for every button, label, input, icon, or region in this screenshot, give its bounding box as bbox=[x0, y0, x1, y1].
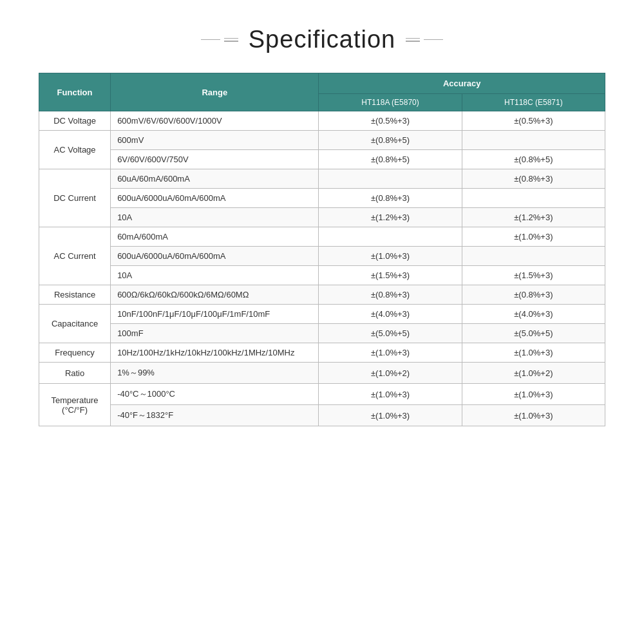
function-header: Function bbox=[39, 73, 111, 111]
table-row: Temperature (°C/°F)-40°C～1000°C±(1.0%+3)… bbox=[39, 384, 605, 405]
range-cell: 10A bbox=[111, 266, 319, 285]
accuracy-col2-cell: ±(1.0%+3) bbox=[462, 384, 605, 405]
range-header: Range bbox=[111, 73, 319, 111]
accuracy-col1-cell: ±(0.8%+5) bbox=[319, 131, 462, 150]
right-decoration bbox=[406, 38, 443, 42]
accuracy-col2-cell: ±(1.0%+2) bbox=[462, 363, 605, 384]
accuracy-col1-cell: ±(1.0%+2) bbox=[319, 363, 462, 384]
range-cell: 600mV bbox=[111, 131, 319, 150]
table-row: AC Current60mA/600mA±(1.0%+3) bbox=[39, 227, 605, 247]
accuracy-col2-cell bbox=[462, 189, 605, 208]
accuracy-col1-cell: ±(5.0%+5) bbox=[319, 324, 462, 343]
title-section: Specification bbox=[39, 26, 605, 53]
left-double-line bbox=[224, 38, 238, 42]
accuracy-col2-cell: ±(1.2%+3) bbox=[462, 208, 605, 227]
accuracy-col2-cell: ±(0.8%+5) bbox=[462, 150, 605, 169]
left-line-1 bbox=[201, 39, 220, 41]
table-header-top: Function Range Accuracy bbox=[39, 73, 605, 94]
left-double-line-top bbox=[224, 38, 238, 39]
accuracy-col1-cell bbox=[319, 227, 462, 247]
range-cell: 600mV/6V/60V/600V/1000V bbox=[111, 111, 319, 131]
accuracy-col1-cell: ±(1.0%+3) bbox=[319, 247, 462, 266]
table-row: 6V/60V/600V/750V±(0.8%+5)±(0.8%+5) bbox=[39, 150, 605, 169]
accuracy-col2-cell: ±(1.5%+3) bbox=[462, 266, 605, 285]
accuracy-col2-cell: ±(1.0%+3) bbox=[462, 405, 605, 426]
col1-header: HT118A (E5870) bbox=[319, 94, 462, 111]
range-cell: 100mF bbox=[111, 324, 319, 343]
accuracy-col1-cell: ±(4.0%+3) bbox=[319, 305, 462, 324]
accuracy-col1-cell: ±(1.0%+3) bbox=[319, 384, 462, 405]
left-double-line-bottom bbox=[224, 41, 238, 42]
table-row: -40°F～1832°F±(1.0%+3)±(1.0%+3) bbox=[39, 405, 605, 426]
table-row: Frequency10Hz/100Hz/1kHz/10kHz/100kHz/1M… bbox=[39, 343, 605, 363]
range-cell: 600uA/6000uA/60mA/600mA bbox=[111, 189, 319, 208]
accuracy-col2-cell: ±(4.0%+3) bbox=[462, 305, 605, 324]
table-row: AC Voltage600mV±(0.8%+5) bbox=[39, 131, 605, 150]
range-cell: 10nF/100nF/1μF/10μF/100μF/1mF/10mF bbox=[111, 305, 319, 324]
accuracy-col2-cell: ±(1.0%+3) bbox=[462, 227, 605, 247]
function-cell: DC Current bbox=[39, 169, 111, 227]
range-cell: 6V/60V/600V/750V bbox=[111, 150, 319, 169]
table-row: Ratio1%～99%±(1.0%+2)±(1.0%+2) bbox=[39, 363, 605, 384]
left-decoration bbox=[201, 38, 238, 42]
range-cell: 1%～99% bbox=[111, 363, 319, 384]
table-row: Resistance600Ω/6kΩ/60kΩ/600kΩ/6MΩ/60MΩ±(… bbox=[39, 285, 605, 305]
accuracy-col1-cell: ±(1.0%+3) bbox=[319, 343, 462, 363]
range-cell: 600Ω/6kΩ/60kΩ/600kΩ/6MΩ/60MΩ bbox=[111, 285, 319, 305]
function-cell: AC Current bbox=[39, 227, 111, 285]
function-cell: Capacitance bbox=[39, 305, 111, 343]
table-body: DC Voltage600mV/6V/60V/600V/1000V±(0.5%+… bbox=[39, 111, 605, 426]
range-cell: 10A bbox=[111, 208, 319, 227]
range-cell: -40°F～1832°F bbox=[111, 405, 319, 426]
accuracy-col1-cell: ±(1.5%+3) bbox=[319, 266, 462, 285]
range-cell: 600uA/6000uA/60mA/600mA bbox=[111, 247, 319, 266]
accuracy-col2-cell: ±(0.5%+3) bbox=[462, 111, 605, 131]
accuracy-col2-cell bbox=[462, 131, 605, 150]
function-cell: AC Voltage bbox=[39, 131, 111, 169]
table-row: 600uA/6000uA/60mA/600mA±(0.8%+3) bbox=[39, 189, 605, 208]
specification-table: Function Range Accuracy HT118A (E5870) H… bbox=[39, 73, 605, 426]
range-cell: 10Hz/100Hz/1kHz/10kHz/100kHz/1MHz/10MHz bbox=[111, 343, 319, 363]
col2-header: HT118C (E5871) bbox=[462, 94, 605, 111]
table-row: 100mF±(5.0%+5)±(5.0%+5) bbox=[39, 324, 605, 343]
range-cell: 60uA/60mA/600mA bbox=[111, 169, 319, 189]
range-cell: 60mA/600mA bbox=[111, 227, 319, 247]
accuracy-col1-cell: ±(0.8%+5) bbox=[319, 150, 462, 169]
page-title: Specification bbox=[249, 26, 395, 53]
accuracy-col2-cell: ±(5.0%+5) bbox=[462, 324, 605, 343]
range-cell: -40°C～1000°C bbox=[111, 384, 319, 405]
table-row: 600uA/6000uA/60mA/600mA±(1.0%+3) bbox=[39, 247, 605, 266]
accuracy-col1-cell: ±(1.0%+3) bbox=[319, 405, 462, 426]
right-double-line-top bbox=[406, 38, 420, 39]
accuracy-col2-cell bbox=[462, 247, 605, 266]
function-cell: Temperature (°C/°F) bbox=[39, 384, 111, 426]
accuracy-col2-cell: ±(0.8%+3) bbox=[462, 169, 605, 189]
accuracy-col2-cell: ±(0.8%+3) bbox=[462, 285, 605, 305]
table-row: 10A±(1.5%+3)±(1.5%+3) bbox=[39, 266, 605, 285]
accuracy-col1-cell: ±(1.2%+3) bbox=[319, 208, 462, 227]
table-row: DC Current60uA/60mA/600mA±(0.8%+3) bbox=[39, 169, 605, 189]
accuracy-col1-cell bbox=[319, 169, 462, 189]
table-row: Capacitance10nF/100nF/1μF/10μF/100μF/1mF… bbox=[39, 305, 605, 324]
function-cell: Resistance bbox=[39, 285, 111, 305]
right-double-line bbox=[406, 38, 420, 42]
function-cell: Ratio bbox=[39, 363, 111, 384]
table-row: DC Voltage600mV/6V/60V/600V/1000V±(0.5%+… bbox=[39, 111, 605, 131]
accuracy-header: Accuracy bbox=[319, 73, 605, 94]
accuracy-col1-cell: ±(0.8%+3) bbox=[319, 189, 462, 208]
accuracy-col2-cell: ±(1.0%+3) bbox=[462, 343, 605, 363]
table-row: 10A±(1.2%+3)±(1.2%+3) bbox=[39, 208, 605, 227]
right-line-1 bbox=[424, 39, 443, 41]
right-double-line-bottom bbox=[406, 41, 420, 42]
accuracy-col1-cell: ±(0.5%+3) bbox=[319, 111, 462, 131]
function-cell: DC Voltage bbox=[39, 111, 111, 131]
accuracy-col1-cell: ±(0.8%+3) bbox=[319, 285, 462, 305]
function-cell: Frequency bbox=[39, 343, 111, 363]
